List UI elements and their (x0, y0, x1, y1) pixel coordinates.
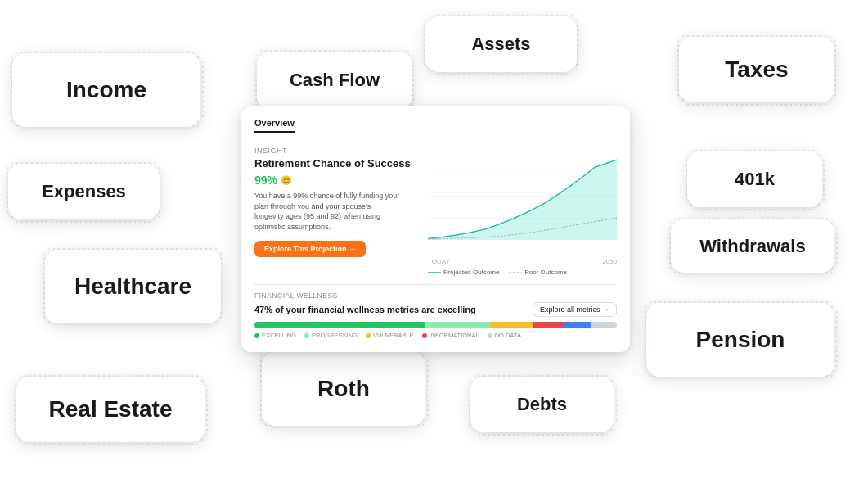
assets-card[interactable]: Assets (425, 16, 577, 72)
wellness-section: FINANCIAL WELLNESS 47% of your financial… (254, 284, 617, 339)
cashflow-label: Cash Flow (290, 70, 380, 91)
withdrawals-card[interactable]: Withdrawals (671, 219, 834, 273)
retirement-chart (428, 147, 617, 253)
assets-label: Assets (471, 34, 530, 55)
insight-percent-value: 99% (254, 174, 277, 187)
debts-label: Debts (517, 394, 567, 415)
widget-content: INSIGHT Retirement Chance of Success 99%… (254, 147, 617, 276)
realestate-label: Real Estate (49, 396, 173, 422)
401k-label: 401k (735, 169, 775, 190)
insight-panel: INSIGHT Retirement Chance of Success 99%… (254, 147, 418, 276)
wellness-header: 47% of your financial wellness metrics a… (254, 302, 617, 317)
wellness-legend: EXCELLINGPROGRESSINGVULNERABLEINFORMATIO… (254, 332, 617, 339)
healthcare-card[interactable]: Healthcare (45, 250, 221, 323)
chart-label-end: 2050 (602, 258, 617, 265)
insight-description: You have a 99% chance of fully funding y… (254, 191, 402, 232)
emoji-circle: 😊 (281, 175, 292, 186)
wellness-bar (254, 322, 617, 328)
legend-poor: Poor Outcome (509, 269, 567, 276)
chart-legend: Projected Outcome Poor Outcome (428, 269, 617, 276)
pension-card[interactable]: Pension (646, 303, 834, 377)
wellness-label: FINANCIAL WELLNESS (254, 291, 617, 300)
roth-label: Roth (317, 376, 370, 402)
healthcare-label: Healthcare (74, 273, 191, 300)
insight-title: Retirement Chance of Success (254, 157, 418, 169)
expenses-card[interactable]: Expenses (8, 164, 160, 219)
expenses-label: Expenses (42, 181, 126, 202)
chart-label-today: TODAY (428, 258, 450, 265)
insight-label: INSIGHT (254, 147, 418, 155)
explore-projection-button[interactable]: Explore This Projection → (254, 241, 366, 257)
wellness-text: 47% of your financial wellness metrics a… (254, 305, 476, 314)
income-card[interactable]: Income (12, 53, 200, 127)
roth-card[interactable]: Roth (262, 352, 425, 426)
cashflow-card[interactable]: Cash Flow (257, 52, 412, 109)
tab-row: Overview (254, 118, 617, 138)
insight-percent-row: 99% 😊 (254, 174, 292, 187)
legend-projected: Projected Outcome (428, 269, 499, 276)
chart-x-labels: TODAY 2050 (428, 258, 617, 265)
dashboard-widget: Overview INSIGHT Retirement Chance of Su… (241, 106, 630, 352)
taxes-card[interactable]: Taxes (679, 37, 834, 102)
pension-label: Pension (696, 327, 785, 353)
401k-card[interactable]: 401k (687, 151, 822, 207)
tab-overview[interactable]: Overview (254, 118, 295, 133)
income-label: Income (66, 77, 146, 103)
explore-metrics-button[interactable]: Explore all metrics → (533, 302, 617, 317)
taxes-label: Taxes (725, 56, 788, 83)
realestate-card[interactable]: Real Estate (16, 377, 205, 442)
chart-panel: TODAY 2050 Projected Outcome Poor Outcom… (428, 147, 617, 276)
debts-card[interactable]: Debts (470, 377, 614, 432)
withdrawals-label: Withdrawals (699, 236, 805, 257)
